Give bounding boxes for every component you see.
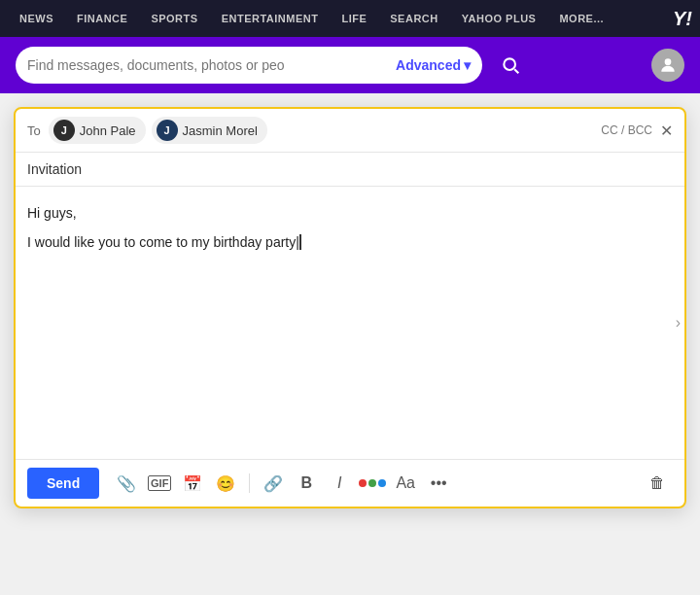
cc-bcc-button[interactable]: CC / BCC — [601, 123, 652, 137]
more-options-button[interactable]: ••• — [423, 468, 454, 499]
svg-point-2 — [665, 58, 672, 65]
subject-row — [16, 153, 684, 187]
nav-item-more[interactable]: MORE... — [547, 0, 615, 37]
trash-icon: 🗑 — [649, 474, 665, 492]
nav-item-life[interactable]: LIFE — [330, 0, 378, 37]
delete-draft-button[interactable]: 🗑 — [642, 468, 673, 499]
nav-item-entertainment[interactable]: ENTERTAINMENT — [210, 0, 331, 37]
expand-arrow-icon[interactable]: › — [672, 306, 684, 339]
compose-body[interactable]: Hi guys, I would like you to come to my … — [16, 187, 684, 459]
nav-item-finance[interactable]: FINANCE — [65, 0, 139, 37]
search-input-wrapper: Advanced ▾ — [16, 47, 482, 84]
emoji-button[interactable]: 😊 — [210, 468, 241, 499]
search-input[interactable] — [27, 57, 396, 73]
main-content: To J John Pale J Jasmin Morel CC / BCC ✕ — [0, 93, 700, 522]
user-icon — [658, 55, 678, 75]
recipient-john-pale[interactable]: J John Pale — [49, 117, 146, 144]
dot-red — [359, 479, 367, 487]
compose-close-button[interactable]: ✕ — [660, 122, 673, 140]
toolbar-divider-1 — [249, 473, 250, 493]
attach-file-button[interactable]: 📎 — [111, 468, 142, 499]
recipients-list: J John Pale J Jasmin Morel — [49, 117, 602, 144]
nav-item-yahoo-plus[interactable]: YAHOO PLUS — [450, 0, 548, 37]
svg-line-1 — [514, 69, 518, 73]
john-pale-name: John Pale — [80, 123, 136, 138]
nav-item-sports[interactable]: SPORTS — [139, 0, 209, 37]
user-avatar[interactable] — [651, 49, 684, 82]
john-pale-initials: J — [61, 124, 67, 136]
bold-button[interactable]: B — [291, 468, 322, 499]
search-submit-button[interactable] — [492, 47, 529, 84]
top-navigation: NEWS FINANCE SPORTS ENTERTAINMENT LIFE S… — [0, 0, 700, 37]
toolbar-group-format: 🔗 B I Aa — [258, 468, 454, 499]
font-size-icon: Aa — [396, 474, 415, 492]
text-color-button[interactable] — [357, 468, 388, 499]
yahoo-logo: Y! — [673, 8, 692, 30]
calendar-icon: 📅 — [183, 474, 202, 493]
link-button[interactable]: 🔗 — [258, 468, 289, 499]
jasmin-morel-initials: J — [164, 124, 170, 136]
svg-point-0 — [504, 58, 515, 70]
advanced-button[interactable]: Advanced ▾ — [396, 57, 471, 73]
paperclip-icon: 📎 — [117, 474, 136, 493]
gif-button[interactable]: GIF — [144, 468, 175, 499]
emoji-icon: 😊 — [216, 474, 235, 493]
advanced-dropdown-icon: ▾ — [464, 57, 471, 73]
jasmin-morel-avatar: J — [157, 120, 178, 141]
close-icon: ✕ — [660, 122, 673, 140]
body-line1: Hi guys, — [27, 202, 673, 224]
toolbar-group-attach: 📎 GIF 📅 😊 — [111, 468, 241, 499]
search-bar-area: Advanced ▾ — [0, 37, 700, 93]
john-pale-avatar: J — [53, 120, 75, 141]
color-dots — [359, 479, 386, 487]
dot-green — [368, 479, 376, 487]
italic-icon: I — [337, 474, 341, 492]
compose-to-row: To J John Pale J Jasmin Morel CC / BCC ✕ — [16, 109, 684, 153]
compose-toolbar: Send 📎 GIF 📅 😊 🔗 — [16, 459, 684, 507]
bold-icon: B — [300, 474, 312, 492]
text-cursor: | — [296, 234, 301, 250]
recipient-jasmin-morel[interactable]: J Jasmin Morel — [152, 117, 267, 144]
to-label: To — [27, 123, 41, 138]
more-icon: ••• — [431, 474, 447, 492]
nav-item-news[interactable]: NEWS — [8, 0, 65, 37]
jasmin-morel-name: Jasmin Morel — [183, 123, 258, 138]
italic-button[interactable]: I — [324, 468, 355, 499]
subject-input[interactable] — [27, 161, 673, 177]
compose-window: To J John Pale J Jasmin Morel CC / BCC ✕ — [14, 107, 686, 508]
advanced-label: Advanced — [396, 57, 461, 73]
gif-icon: GIF — [148, 475, 171, 491]
calendar-button[interactable]: 📅 — [177, 468, 208, 499]
body-text: Hi guys, I would like you to come to my … — [27, 202, 673, 254]
send-button[interactable]: Send — [27, 468, 99, 499]
nav-items: NEWS FINANCE SPORTS ENTERTAINMENT LIFE S… — [8, 0, 673, 37]
nav-item-search[interactable]: SEARCH — [378, 0, 449, 37]
font-size-button[interactable]: Aa — [390, 468, 421, 499]
search-icon — [501, 55, 520, 75]
dot-blue — [378, 479, 386, 487]
body-line2: I would like you to come to my birthday … — [27, 231, 673, 253]
link-icon: 🔗 — [263, 474, 283, 493]
